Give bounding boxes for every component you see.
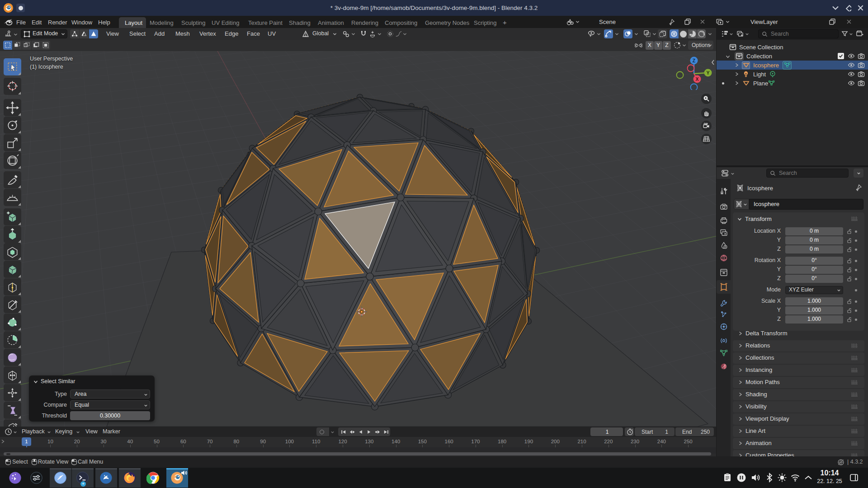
- svg-text:Y: Y: [706, 70, 709, 75]
- svg-text:Z: Z: [693, 58, 696, 63]
- svg-text:X: X: [695, 76, 698, 82]
